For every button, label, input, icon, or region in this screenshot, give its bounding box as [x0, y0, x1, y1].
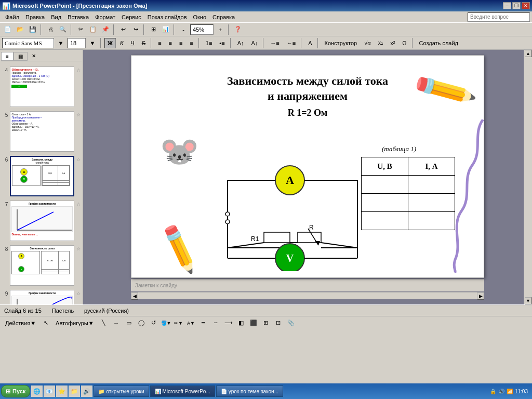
clip-tool[interactable]: 📎 — [285, 317, 297, 329]
bold-button[interactable]: Ж — [104, 38, 116, 48]
create-slide-button[interactable]: Создать слайд — [416, 38, 461, 48]
quick-launch-5[interactable]: 🔊 — [81, 385, 92, 397]
menu-format[interactable]: Формат — [92, 13, 118, 21]
align-right-button[interactable]: ≡ — [176, 38, 185, 48]
zoom-value[interactable]: 45% — [190, 24, 214, 35]
insert-table-button[interactable]: ⊞ — [148, 24, 159, 35]
slide-thumb-5[interactable]: 5 Сила тока – 1 А, Прибор для измерения … — [1, 110, 82, 153]
line-style-tool[interactable]: ━ — [198, 317, 209, 329]
status-bar: Слайд 6 из 15 Пастель русский (Россия) — [0, 304, 532, 316]
menu-view[interactable]: Вид — [48, 13, 64, 21]
cursor-tool[interactable]: ↖ — [40, 317, 51, 329]
indent-decrease-button[interactable]: ←≡ — [284, 38, 299, 48]
help-input[interactable] — [468, 12, 530, 22]
font-color-button[interactable]: A — [305, 38, 315, 48]
equation-button[interactable]: √α — [361, 38, 374, 48]
dash-style-tool[interactable]: ╌ — [210, 317, 222, 329]
tab-slides[interactable]: ▦ — [14, 52, 28, 61]
taskbar-task3[interactable]: 📄 урок по теме закон... — [216, 385, 283, 397]
scroll-up-button[interactable]: ▲ — [525, 50, 532, 57]
constructor-button[interactable]: Конструктор — [322, 38, 361, 48]
insert-chart-button[interactable]: 📊 — [160, 24, 171, 35]
superscript-button[interactable]: x² — [387, 38, 398, 48]
line-tool[interactable]: ╲ — [98, 317, 110, 329]
italic-button[interactable]: К — [117, 38, 126, 48]
font-size-dropdown-button[interactable]: ▼ — [87, 37, 98, 49]
line-color-tool[interactable]: ✏▼ — [173, 317, 184, 329]
arrow-style-tool[interactable]: ⟶ — [223, 317, 234, 329]
actions-menu[interactable]: Действия ▼ — [2, 318, 39, 328]
minimize-button[interactable]: – — [503, 2, 511, 9]
title-bar: 📊 Microsoft PowerPoint - [Презентация за… — [0, 0, 532, 11]
undo-button[interactable]: ↩ — [117, 24, 129, 35]
align-center-button[interactable]: ≡ — [166, 38, 175, 48]
decrease-font-button[interactable]: A↓ — [248, 38, 261, 48]
bullets-button[interactable]: •≡ — [216, 38, 228, 48]
font-size-selector[interactable] — [68, 38, 86, 48]
font-color-tool2[interactable]: A▼ — [185, 317, 197, 329]
menu-tools[interactable]: Сервис — [118, 13, 144, 21]
slide-thumb-4[interactable]: 4 Обозначение – В, Прибор – вольтметр, е… — [1, 65, 82, 108]
menu-file[interactable]: Файл — [2, 13, 22, 21]
menu-help[interactable]: Справка — [209, 13, 238, 21]
underline-button[interactable]: Ч — [127, 38, 137, 48]
ellipse-tool[interactable]: ◯ — [136, 317, 147, 329]
new-button[interactable]: 📄 — [2, 24, 14, 35]
taskbar-task2[interactable]: 📊 Microsoft PowerPo... — [150, 385, 215, 397]
quick-launch-4[interactable]: 📁 — [69, 385, 80, 397]
preview-button[interactable]: 🔍 — [57, 24, 69, 35]
justify-button[interactable]: ≡ — [187, 38, 196, 48]
restore-button[interactable]: ❐ — [512, 2, 521, 9]
menu-insert[interactable]: Вставка — [64, 13, 92, 21]
slide-thumb-7[interactable]: 7 График зависимости Вывод: чем выше ...… — [1, 200, 82, 242]
scroll-down-button[interactable]: ▼ — [525, 297, 532, 304]
slide-thumb-8[interactable]: 8 Зависимость силы A V R, ОмI, А — [1, 244, 82, 287]
start-button[interactable]: ⊞ Пуск — [1, 385, 30, 397]
save-button[interactable]: 💾 — [27, 24, 38, 35]
tab-outline[interactable]: ≡ — [1, 52, 14, 61]
taskbar-task1[interactable]: 📁 открытые уроки — [94, 385, 149, 397]
symbol-button[interactable]: Ω — [399, 38, 409, 48]
close-button[interactable]: ✕ — [522, 2, 530, 9]
quick-launch-2[interactable]: 📧 — [44, 385, 55, 397]
align-equal-tool[interactable]: ⊞ — [260, 317, 272, 329]
copy-button[interactable]: 📋 — [87, 24, 99, 35]
paste-button[interactable]: 📌 — [100, 24, 111, 35]
align-left-button[interactable]: ≡ — [155, 38, 164, 48]
redo-button[interactable]: ↪ — [130, 24, 141, 35]
scroll-left-button[interactable]: ◀ — [131, 292, 138, 300]
indent-increase-button[interactable]: →≡ — [267, 38, 282, 48]
slide-thumb-9[interactable]: 9 График зависимости ☆ — [1, 289, 82, 304]
strikethrough-button[interactable]: S — [139, 38, 149, 48]
autoshapes-menu[interactable]: Автофигуры ▼ — [52, 318, 97, 328]
group-tool[interactable]: ⊡ — [273, 317, 284, 329]
print-button[interactable]: 🖨 — [45, 24, 56, 35]
menu-edit[interactable]: Правка — [22, 13, 48, 21]
font-selector[interactable] — [2, 38, 54, 48]
sep1 — [41, 24, 43, 35]
rotate-tool[interactable]: ↺ — [148, 317, 159, 329]
zoom-out-button[interactable]: - — [178, 24, 189, 35]
open-button[interactable]: 📂 — [15, 24, 26, 35]
quick-launch-3[interactable]: ⭐ — [56, 385, 68, 397]
menu-bar: Файл Правка Вид Вставка Формат Сервис По… — [0, 11, 532, 23]
tab-close[interactable]: ✕ — [28, 52, 40, 61]
notes-area[interactable]: Заметки к слайду — [131, 279, 484, 291]
fill-color-tool[interactable]: 🪣▼ — [161, 317, 172, 329]
menu-slideshow[interactable]: Показ слайдов — [144, 13, 190, 21]
help-button[interactable]: ❓ — [232, 24, 244, 35]
slide-thumb-6[interactable]: 6 Зависим. между силой тока A V U,ВI,А — [1, 155, 82, 197]
cut-button[interactable]: ✂ — [75, 24, 86, 35]
arrow-tool[interactable]: → — [111, 317, 122, 329]
shadow-tool[interactable]: ◧ — [235, 317, 247, 329]
quick-launch-1[interactable]: 🌐 — [31, 385, 43, 397]
rectangle-tool[interactable]: ▭ — [123, 317, 135, 329]
3d-tool[interactable]: ⬛ — [248, 317, 259, 329]
increase-font-button[interactable]: A↑ — [234, 38, 247, 48]
menu-window[interactable]: Окно — [190, 13, 210, 21]
font-dropdown-button[interactable]: ▼ — [55, 37, 66, 49]
zoom-in-button[interactable]: + — [215, 24, 226, 35]
subscript-button[interactable]: x₂ — [375, 38, 387, 48]
numbering-button[interactable]: 1≡ — [203, 38, 216, 48]
scroll-right-button[interactable]: ▶ — [477, 292, 484, 300]
